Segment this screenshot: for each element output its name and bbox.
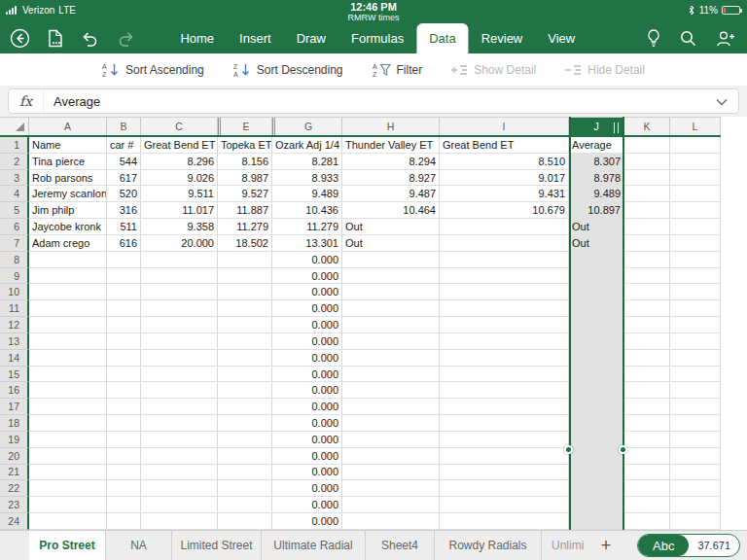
column-resize-handle-icon[interactable] <box>614 122 619 133</box>
row-header-12[interactable]: 12 <box>0 317 29 333</box>
cell-G18[interactable]: 0.000 <box>272 415 342 432</box>
cell-G4[interactable]: 9.489 <box>272 186 342 202</box>
selection-handle-left[interactable] <box>564 445 573 454</box>
cell-J18[interactable] <box>569 415 624 432</box>
cell-L8[interactable] <box>670 252 721 268</box>
row-header-22[interactable]: 22 <box>0 480 29 497</box>
cell-K18[interactable] <box>624 415 670 432</box>
back-icon[interactable] <box>10 28 30 49</box>
cell-E10[interactable] <box>218 284 272 300</box>
cell-K14[interactable] <box>624 350 670 367</box>
cell-C21[interactable] <box>141 465 218 481</box>
cell-H12[interactable] <box>342 317 440 333</box>
cell-C1[interactable]: Great Bend ET <box>141 137 218 154</box>
filter-button[interactable]: AZ Filter <box>373 62 423 77</box>
sheet-tab-pro-street[interactable]: Pro Street <box>29 531 105 560</box>
cell-B11[interactable] <box>107 300 141 317</box>
cell-K16[interactable] <box>624 382 670 399</box>
cell-B23[interactable] <box>107 497 141 513</box>
cell-E24[interactable] <box>218 513 272 530</box>
cell-L16[interactable] <box>670 382 721 399</box>
row-header-19[interactable]: 19 <box>0 432 29 448</box>
row-header-23[interactable]: 23 <box>0 497 29 513</box>
cell-G21[interactable]: 0.000 <box>272 465 342 481</box>
cell-H4[interactable]: 9.487 <box>342 186 440 202</box>
cell-H15[interactable] <box>342 367 440 383</box>
cell-G2[interactable]: 8.281 <box>272 154 342 170</box>
cell-E13[interactable] <box>218 333 272 350</box>
cell-H5[interactable]: 10.464 <box>342 202 440 219</box>
cell-K23[interactable] <box>624 497 670 513</box>
cell-J6[interactable]: Out <box>569 219 624 235</box>
cell-G23[interactable]: 0.000 <box>272 497 342 513</box>
keyboard-toggle-button[interactable]: Abc <box>638 535 689 556</box>
cell-H14[interactable] <box>342 350 440 367</box>
cell-L10[interactable] <box>670 284 721 300</box>
cell-B19[interactable] <box>107 432 141 448</box>
cell-G1[interactable]: Ozark Adj 1/4 <box>272 137 342 154</box>
cell-E18[interactable] <box>218 415 272 432</box>
cell-C9[interactable] <box>141 268 218 285</box>
cell-B7[interactable]: 616 <box>107 235 141 252</box>
cell-H23[interactable] <box>342 497 440 513</box>
cell-C7[interactable]: 20.000 <box>141 235 218 252</box>
cell-A9[interactable] <box>29 268 107 285</box>
cell-J17[interactable] <box>569 399 624 415</box>
cell-K17[interactable] <box>624 399 670 415</box>
cell-A1[interactable]: Name <box>29 137 107 154</box>
cell-B5[interactable]: 316 <box>107 202 141 219</box>
cell-G12[interactable]: 0.000 <box>272 317 342 333</box>
cell-E8[interactable] <box>218 252 272 268</box>
row-header-11[interactable]: 11 <box>0 300 29 317</box>
cell-A10[interactable] <box>29 284 107 300</box>
cell-I7[interactable] <box>440 235 569 252</box>
cell-A6[interactable]: Jaycobe kronk <box>29 219 107 235</box>
cell-J12[interactable] <box>569 317 624 333</box>
cell-E4[interactable]: 9.527 <box>218 186 272 202</box>
tab-review[interactable]: Review <box>469 23 536 53</box>
cell-L21[interactable] <box>670 465 721 481</box>
row-header-16[interactable]: 16 <box>0 382 29 399</box>
undo-icon[interactable] <box>81 31 99 47</box>
cell-C15[interactable] <box>141 367 218 383</box>
cell-I21[interactable] <box>440 465 569 481</box>
cell-A3[interactable]: Rob parsons <box>29 170 107 187</box>
cell-G17[interactable]: 0.000 <box>272 399 342 415</box>
cell-L11[interactable] <box>670 300 721 317</box>
summary-pill[interactable]: Abc 37.671 <box>637 534 740 557</box>
cell-C11[interactable] <box>141 300 218 317</box>
cell-C20[interactable] <box>141 448 218 465</box>
cell-B18[interactable] <box>107 415 141 432</box>
row-header-3[interactable]: 3 <box>0 170 29 187</box>
cell-B12[interactable] <box>107 317 141 333</box>
cell-J15[interactable] <box>569 367 624 383</box>
cell-K24[interactable] <box>624 513 670 530</box>
file-icon[interactable] <box>48 29 63 48</box>
column-header-H[interactable]: H <box>342 118 440 135</box>
sort-ascending-button[interactable]: AZ Sort Ascending <box>102 62 204 77</box>
cell-E3[interactable]: 8.987 <box>218 170 272 187</box>
cell-E1[interactable]: Topeka ET <box>218 137 272 154</box>
cell-B6[interactable]: 511 <box>107 219 141 235</box>
row-header-4[interactable]: 4 <box>0 186 29 202</box>
cell-A4[interactable]: Jeremy scanlon <box>29 186 107 202</box>
cell-C16[interactable] <box>141 382 218 399</box>
cell-H22[interactable] <box>342 480 440 497</box>
sheet-tab-sheet4[interactable]: Sheet4 <box>365 531 434 560</box>
cell-C22[interactable] <box>141 480 218 497</box>
cell-H13[interactable] <box>342 333 440 350</box>
cell-B15[interactable] <box>107 367 141 383</box>
add-sheet-button[interactable]: + <box>587 531 624 560</box>
cell-B24[interactable] <box>107 513 141 530</box>
column-header-C[interactable]: C <box>141 118 218 135</box>
cell-J19[interactable] <box>569 432 624 448</box>
cell-I11[interactable] <box>440 300 569 317</box>
cell-B1[interactable]: car # <box>107 137 141 154</box>
cell-A17[interactable] <box>29 399 107 415</box>
cell-H3[interactable]: 8.927 <box>342 170 440 187</box>
row-header-9[interactable]: 9 <box>0 268 29 285</box>
cell-H16[interactable] <box>342 382 440 399</box>
cell-J23[interactable] <box>569 497 624 513</box>
row-header-24[interactable]: 24 <box>0 513 29 530</box>
cell-A18[interactable] <box>29 415 107 432</box>
